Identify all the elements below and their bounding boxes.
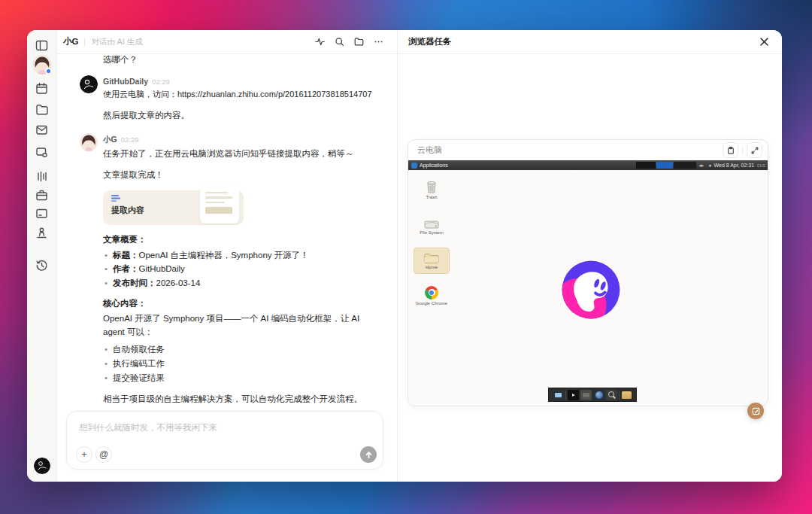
- message-text: 使用云电脑，访问：https://zhuanlan.zhihu.com/p/20…: [103, 88, 383, 101]
- close-icon[interactable]: [756, 35, 771, 50]
- drive-icon: [424, 218, 439, 229]
- remote-dock: [548, 388, 637, 402]
- message-githubdaily: GitHubDaily 02:29 使用云电脑，访问：https://zhuan…: [80, 75, 383, 130]
- dock-file-manager-icon[interactable]: [580, 390, 592, 400]
- summary-paragraph: 相当于项目级的自主编程解决方案，可以自动化完成整个开发流程。: [103, 393, 383, 406]
- header-divider: [84, 38, 85, 47]
- more-icon[interactable]: [370, 34, 386, 50]
- expand-button[interactable]: [747, 142, 762, 158]
- dock-console-icon[interactable]: [568, 390, 579, 400]
- clipboard-icon: [727, 147, 735, 154]
- tray-arrow-icon: ◂▸: [698, 163, 704, 169]
- list-item: 发布时间：2026-03-14: [103, 276, 383, 290]
- message-input[interactable]: 想到什么就随时发，不用等我闲下来 + @: [66, 411, 383, 470]
- desktop-icon-label: Trash: [426, 195, 437, 201]
- summary-paragraph: OpenAI 开源了 Symphony 项目——一个 AI 编码自动化框架，让 …: [103, 312, 383, 339]
- podium-person-icon[interactable]: [33, 224, 51, 242]
- attach-plus-button[interactable]: +: [76, 446, 92, 463]
- dock-folder-icon[interactable]: [621, 390, 632, 400]
- remote-clock: Wed 8 Apr, 02:31: [714, 163, 755, 168]
- online-status-dot: [45, 68, 52, 75]
- stats-icon[interactable]: [33, 167, 51, 185]
- briefcase-icon[interactable]: [33, 186, 51, 204]
- tray-user-icon: ●: [708, 163, 711, 168]
- cloud-computer-window: 云电脑 Applications: [408, 139, 768, 406]
- send-button[interactable]: [360, 446, 377, 463]
- activity-icon[interactable]: [311, 34, 328, 50]
- xfce-menu-icon: [411, 163, 417, 169]
- desktop-icon-home[interactable]: Home: [414, 248, 449, 273]
- extract-content-card[interactable]: 提取内容: [103, 190, 244, 225]
- desktop-icon-file-system[interactable]: File System: [414, 214, 449, 239]
- taskbar-active-segment: [656, 162, 673, 169]
- github-daily-avatar-sidebar[interactable]: [34, 458, 50, 474]
- cloud-window-title: 云电脑: [417, 144, 442, 156]
- list-item: 自动领取任务: [103, 342, 383, 357]
- notes-fab-button[interactable]: [747, 403, 764, 419]
- trash-icon: [426, 180, 438, 193]
- dock-terminal-icon[interactable]: [553, 390, 564, 400]
- search-icon[interactable]: [331, 34, 347, 50]
- list-item: 执行编码工作: [103, 357, 383, 371]
- chrome-icon: [425, 286, 438, 300]
- xiaog-avatar[interactable]: [80, 133, 98, 151]
- task-panel-body: 云电脑 Applications: [398, 54, 782, 482]
- list-item: 标题：OpenAI 自主编程神器，Symphony 开源了！: [103, 248, 383, 263]
- ghost-loading-logo: [560, 259, 622, 321]
- remote-user-label: cus: [757, 163, 765, 168]
- document-thumbnail: [200, 186, 239, 224]
- remote-desktop-menubar: Applications ◂▸ ● Wed 8 Apr, 02:31 cus: [408, 160, 768, 170]
- github-daily-avatar[interactable]: [80, 75, 98, 93]
- expand-icon: [751, 147, 759, 154]
- conversations-icon[interactable]: [33, 143, 51, 161]
- message-time: 02:29: [152, 78, 170, 86]
- desktop-icon-google-chrome[interactable]: Google Chrome: [414, 284, 449, 309]
- folder-icon[interactable]: [33, 100, 51, 118]
- mail-icon[interactable]: [33, 120, 51, 138]
- clipboard-button[interactable]: [723, 142, 738, 158]
- composer-area: 想到什么就随时发，不用等我闲下来 + @: [57, 409, 397, 482]
- edit-note-icon: [752, 407, 760, 415]
- message-text: 任务开始了，正在用云电脑浏览器访问知乎链接提取内容，稍等～: [103, 148, 383, 160]
- button-divider: [742, 146, 743, 155]
- summary-point-list: 自动领取任务 执行编码工作 提交验证结果: [103, 342, 383, 385]
- input-placeholder: 想到什么就随时发，不用等我闲下来: [79, 422, 372, 433]
- applications-menu[interactable]: Applications: [420, 163, 448, 168]
- chat-header: 小G 对话由 AI 生成: [57, 30, 397, 54]
- dock-browser-icon[interactable]: [593, 390, 604, 400]
- chat-title: 小G: [63, 36, 78, 47]
- message-text: 然后提取文章的内容。: [103, 109, 383, 122]
- list-item: 作者：GitHubDaily: [103, 262, 383, 276]
- summary-heading: 核心内容：: [103, 298, 383, 309]
- terminal-card-icon[interactable]: [33, 204, 51, 222]
- folder-icon[interactable]: [350, 34, 367, 50]
- taskbar-segment: [636, 162, 656, 169]
- browser-task-panel: 浏览器任务 云电脑: [397, 30, 782, 482]
- app-window: 小G 对话由 AI 生成 选哪个？: [27, 30, 782, 482]
- calendar-icon[interactable]: [33, 79, 51, 97]
- sidebar-toggle-icon[interactable]: [33, 36, 51, 54]
- mention-button[interactable]: @: [95, 446, 112, 463]
- message-text: 文章提取完成！: [103, 169, 383, 181]
- task-panel-header: 浏览器任务: [398, 30, 782, 54]
- list-icon: [111, 195, 120, 202]
- message-author: 小G: [103, 135, 117, 145]
- message-time: 02:29: [121, 135, 139, 144]
- dock-search-icon[interactable]: [606, 390, 617, 400]
- taskbar-segment: [674, 162, 696, 169]
- message-xiaog: 小G 02:29 任务开始了，正在用云电脑浏览器访问知乎链接提取内容，稍等～ 文…: [80, 133, 383, 409]
- history-icon[interactable]: [33, 256, 51, 274]
- partial-message: 选哪个？: [103, 54, 383, 66]
- app-sidebar: [27, 30, 57, 482]
- cloud-window-header: 云电脑: [408, 140, 768, 160]
- chat-panel: 小G 对话由 AI 生成 选哪个？: [57, 30, 397, 482]
- message-list[interactable]: 选哪个？ GitHubDaily 02:29 使用云电脑，访问：https://…: [57, 54, 397, 409]
- desktop-icon-label: Home: [426, 265, 438, 271]
- message-author: GitHubDaily: [103, 77, 148, 86]
- list-item: 提交验证结果: [103, 371, 383, 385]
- desktop-icon-trash[interactable]: Trash: [414, 178, 449, 203]
- home-folder-icon: [424, 253, 439, 263]
- desktop-icon-label: File System: [420, 230, 443, 236]
- summary-meta-list: 标题：OpenAI 自主编程神器，Symphony 开源了！ 作者：GitHub…: [103, 248, 383, 291]
- remote-desktop[interactable]: Trash File System Home Google Chrom: [408, 170, 768, 406]
